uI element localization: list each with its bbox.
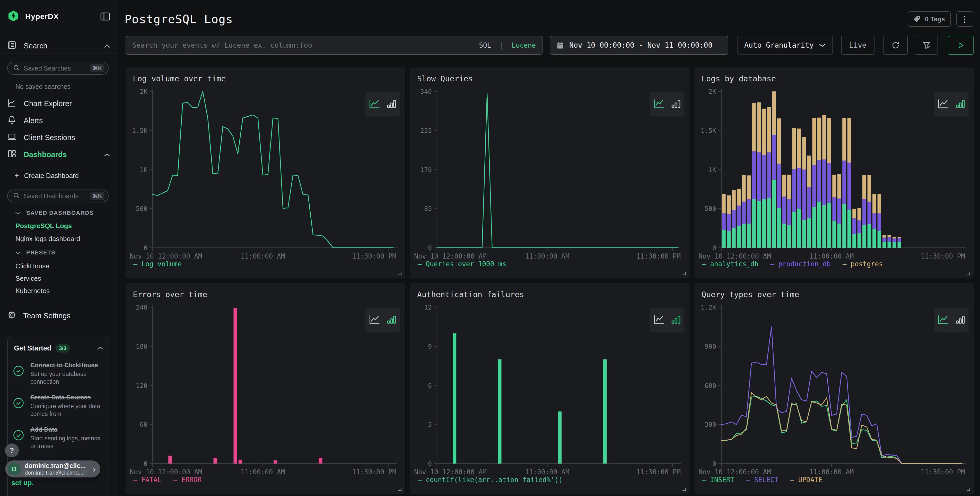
sidebar-preset-services[interactable]: Services [16, 274, 41, 282]
chevron-up-icon[interactable] [104, 150, 110, 159]
step-title: Add Data [30, 426, 105, 434]
chart-legend: — INSERT— SELECT— UPDATE [702, 476, 822, 484]
brand-name: HyperDX [25, 12, 94, 21]
filter-button[interactable] [915, 36, 938, 54]
event-search-bar[interactable]: SQL | Lucene [126, 36, 542, 54]
granularity-select[interactable]: Auto Granularity [737, 36, 833, 54]
get-started-step[interactable]: Create Data Sources Configure where your… [13, 393, 105, 418]
calendar-icon [557, 41, 564, 49]
svg-text:Nov 10 12:00:00 AM: Nov 10 12:00:00 AM [698, 252, 771, 260]
svg-text:11:00:00 AM: 11:00:00 AM [240, 468, 285, 476]
sidebar-item-dashboards[interactable]: Dashboards [0, 148, 118, 161]
chart-card[interactable]: Logs by database 05001K1.5K2KNov 10 12:0… [694, 67, 974, 278]
saved-searches-input[interactable]: ⌘K [7, 62, 108, 75]
svg-text:9: 9 [428, 343, 432, 350]
svg-text:0: 0 [143, 460, 148, 467]
legend-item[interactable]: — ERROR [173, 476, 202, 484]
legend-item[interactable]: — INSERT [702, 476, 734, 484]
svg-text:0: 0 [143, 244, 148, 252]
legend-item[interactable]: — postgres [843, 260, 883, 268]
legend-item[interactable]: — UPDATE [790, 476, 822, 484]
svg-text:3: 3 [428, 421, 432, 428]
saved-searches-field[interactable] [24, 65, 86, 72]
chart-plot-area[interactable]: 085170255340Nov 10 12:00:00 AM11:00:00 A… [410, 67, 689, 278]
refresh-button[interactable] [883, 36, 908, 54]
saved-dashboards-section[interactable]: SAVED DASHBOARDS [15, 210, 94, 216]
svg-text:11:00:00 AM: 11:00:00 AM [525, 468, 569, 476]
chart-legend: — analytics_db— production_db— postgres [702, 260, 883, 268]
chart-card[interactable]: Errors over time 060120180240Nov 10 12:0… [126, 283, 405, 494]
lucene-mode-toggle[interactable]: Lucene [512, 41, 536, 49]
hyperdx-logo-icon [7, 10, 19, 23]
create-dashboard-label: Create Dashboard [24, 172, 110, 180]
get-started-title: Get Started [14, 344, 51, 352]
sidebar-item-chart-explorer[interactable]: Chart Explorer [0, 97, 118, 110]
chevron-down-icon [15, 211, 21, 215]
live-button[interactable]: Live [841, 36, 875, 54]
collapse-sidebar-icon[interactable] [100, 11, 110, 22]
resize-handle-icon[interactable] [398, 272, 401, 275]
user-menu[interactable]: D dominic.tran@clic... dominic.tran@clic… [5, 461, 100, 477]
svg-text:Nov 10 12:00:00 AM: Nov 10 12:00:00 AM [414, 468, 487, 476]
sidebar-item-team-settings[interactable]: Team Settings [0, 308, 118, 323]
get-started-progress-badge: 3/3 [56, 344, 70, 352]
legend-item[interactable]: — FATAL [133, 476, 162, 484]
more-options-button[interactable]: ⋮ [956, 11, 973, 27]
svg-text:Nov 10 12:00:00 AM: Nov 10 12:00:00 AM [130, 468, 202, 476]
chevron-up-icon[interactable] [104, 42, 110, 50]
sidebar-item-alerts[interactable]: Alerts [0, 114, 118, 127]
sidebar-item-search[interactable]: Search [0, 39, 118, 53]
chevron-down-icon [819, 43, 826, 47]
svg-text:0: 0 [428, 244, 432, 252]
get-started-step[interactable]: Connect to ClickHouse Set up your databa… [13, 361, 105, 386]
resize-handle-icon[interactable] [967, 488, 970, 491]
avatar: D [8, 463, 21, 475]
get-started-step[interactable]: Add Data Start sending logs, metrics, or… [13, 426, 105, 450]
sql-mode-toggle[interactable]: SQL [479, 41, 491, 49]
laptop-icon [7, 132, 16, 143]
sidebar-preset-kubernetes[interactable]: Kubernetes [16, 287, 50, 295]
sidebar-dashboard-nginx[interactable]: Nginx logs dashboard [16, 235, 80, 243]
check-circle-icon [13, 365, 24, 386]
svg-text:500: 500 [705, 205, 716, 212]
chart-card[interactable]: Log volume over time 05001K1.5K2KNov 10 … [126, 67, 405, 278]
legend-item[interactable]: — production_db [770, 260, 831, 268]
legend-item[interactable]: — Log volume [133, 260, 182, 268]
step-title: Connect to ClickHouse [30, 361, 105, 369]
chart-plot-area[interactable]: 060120180240Nov 10 12:00:00 AM11:00:00 A… [126, 283, 405, 494]
create-dashboard-button[interactable]: + Create Dashboard [0, 169, 118, 182]
help-button[interactable]: ? [5, 443, 19, 458]
divider [0, 54, 118, 54]
resize-handle-icon[interactable] [398, 488, 401, 491]
chart-card[interactable]: Authentication failures 036912Nov 10 12:… [410, 283, 689, 494]
svg-text:180: 180 [136, 343, 148, 350]
time-range-picker[interactable]: Nov 10 00:00:00 - Nov 11 00:00:00 [550, 36, 728, 54]
resize-handle-icon[interactable] [682, 272, 686, 275]
saved-dashboards-field[interactable] [24, 192, 86, 200]
chart-plot-area[interactable]: 036912Nov 10 12:00:00 AM11:00:00 AM11:30… [410, 283, 689, 494]
legend-item[interactable]: — analytics_db [702, 260, 759, 268]
chart-plot-area[interactable]: 03006009001.2KNov 10 12:00:00 AM11:00:00… [694, 283, 974, 494]
search-input[interactable] [132, 41, 474, 49]
chart-card[interactable]: Query types over time 03006009001.2KNov … [694, 283, 974, 494]
chart-card[interactable]: Slow Queries 085170255340Nov 10 12:00:00… [410, 67, 689, 278]
legend-item[interactable]: — SELECT [746, 476, 778, 484]
no-saved-searches-text: No saved searches [16, 83, 70, 90]
sidebar-dashboard-postgresql-logs[interactable]: PostgreSQL Logs [16, 222, 72, 230]
legend-item[interactable]: — countIf(like(arr..ation failed%')) [418, 476, 563, 484]
legend-item[interactable]: — Queries over 1000 ms [418, 260, 506, 268]
sidebar-item-client-sessions[interactable]: Client Sessions [0, 131, 118, 144]
chevron-up-icon[interactable] [97, 346, 104, 351]
chart-plot-area[interactable]: 05001K1.5K2KNov 10 12:00:00 AM11:00:00 A… [126, 67, 405, 278]
chart-plot-area[interactable]: 05001K1.5K2KNov 10 12:00:00 AM11:00:00 A… [694, 67, 974, 278]
svg-text:0: 0 [712, 460, 716, 467]
sidebar-preset-clickhouse[interactable]: ClickHouse [16, 262, 49, 270]
svg-text:6: 6 [428, 382, 432, 389]
live-label: Live [849, 41, 866, 49]
resize-handle-icon[interactable] [967, 272, 970, 275]
presets-section[interactable]: PRESETS [15, 249, 55, 256]
saved-dashboards-input[interactable]: ⌘K [7, 190, 108, 203]
tags-button[interactable]: 0 Tags [908, 11, 951, 27]
resize-handle-icon[interactable] [682, 488, 686, 491]
run-query-button[interactable] [948, 36, 974, 54]
